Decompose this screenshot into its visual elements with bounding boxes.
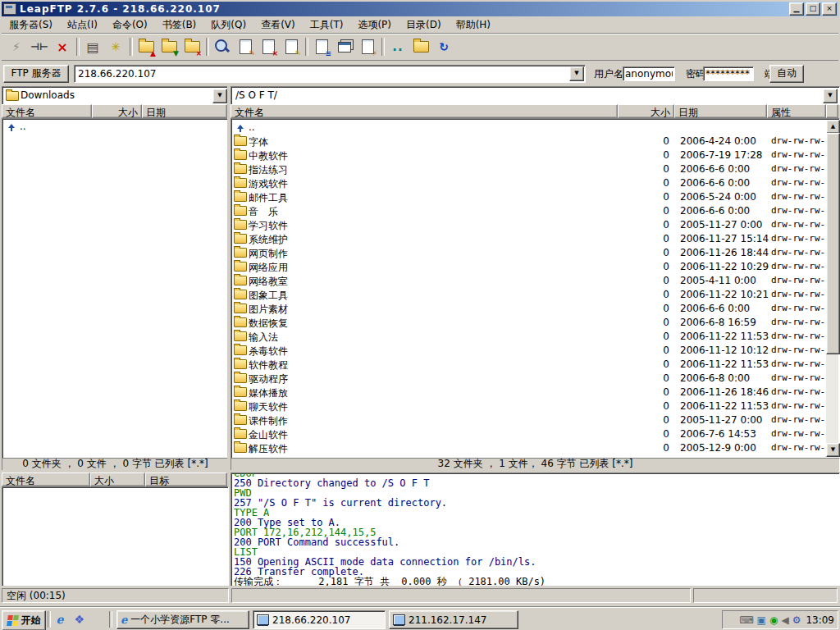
remote-column-filename[interactable]: 文件名 — [231, 104, 618, 118]
menu-item[interactable]: 选项(P) — [350, 16, 399, 34]
parent-directory-icon[interactable]: .. — [386, 36, 409, 58]
close-button[interactable]: × — [822, 2, 837, 16]
menu-item[interactable]: 工具(T) — [303, 16, 351, 34]
transfer-windows-icon[interactable] — [333, 36, 356, 58]
local-up-row[interactable]: .. — [2, 119, 228, 133]
local-column-date[interactable]: 日期 — [142, 104, 227, 118]
local-column-filename[interactable]: 文件名 — [2, 104, 92, 118]
remote-file-row[interactable]: 图片素材 0 2006-6-6 0:00 drw-rw-rw- — [231, 301, 825, 315]
remote-file-row[interactable]: 邮件工具 0 2006-5-24 0:00 drw-rw-rw- — [231, 189, 825, 203]
remote-file-row[interactable]: 学习软件 0 2005-11-27 0:00 drw-rw-rw- — [231, 217, 825, 231]
remote-file-row[interactable]: 输入法 0 2006-11-22 11:53 drw-rw-rw- — [231, 329, 825, 343]
options-icon[interactable]: ✳ — [104, 36, 127, 58]
custom-command-icon[interactable]: ⚡ — [356, 36, 379, 58]
remote-file-row[interactable]: 网页制作 0 2006-11-26 18:44 drw-rw-rw- — [231, 245, 825, 259]
remote-file-row[interactable]: 聊天软件 0 2006-11-22 11:53 drw-rw-rw- — [231, 399, 825, 413]
task-button[interactable]: 211.162.17.147 — [389, 610, 518, 629]
file-size: 0 — [619, 275, 669, 286]
folder-icon — [234, 164, 247, 174]
minimize-button[interactable]: ▁ — [789, 2, 804, 16]
task-button[interactable]: 218.66.220.107 — [253, 610, 386, 629]
quick-launch-ie-icon[interactable]: e — [52, 612, 68, 628]
disconnect-icon[interactable]: ⊣⊢ — [28, 36, 51, 58]
taskbar-clock[interactable]: 13:09 — [806, 614, 834, 626]
remote-file-row[interactable]: 网络教室 0 2005-4-11 0:00 drw-rw-rw- — [231, 273, 825, 287]
view-file-icon[interactable] — [211, 36, 234, 58]
file-size: 0 — [619, 149, 669, 161]
queue-column-filename[interactable]: 文件名 — [2, 472, 90, 486]
upload-folder-icon[interactable]: ▲ — [135, 36, 158, 58]
file-date: 2005-11-27 0:00 — [680, 219, 763, 231]
remote-file-row[interactable]: 软件教程 0 2006-11-22 11:53 drw-rw-rw- — [231, 357, 825, 371]
remote-file-row[interactable]: 游戏软件 0 2006-6-6 0:00 drw-rw-rw- — [231, 176, 825, 189]
start-button[interactable]: 开始 — [2, 610, 46, 630]
server-address-input[interactable] — [76, 66, 570, 81]
menu-item[interactable]: 帮助(H) — [449, 16, 498, 34]
network-icon[interactable]: ▣ — [757, 615, 766, 625]
abort-icon[interactable]: × — [51, 36, 74, 58]
app-icon[interactable] — [3, 3, 16, 15]
chevron-down-icon[interactable]: ▼ — [212, 89, 227, 103]
new-folder-icon[interactable] — [409, 36, 432, 58]
menu-item[interactable]: 站点(I) — [60, 16, 105, 34]
log-pane[interactable]: CDUP 250 Directory changed to /S O F T P… — [231, 472, 840, 587]
remote-file-row[interactable]: 课件制作 0 2005-11-27 0:00 drw-rw-rw- — [231, 413, 825, 427]
scroll-up-icon[interactable]: ▲ — [826, 120, 840, 134]
input-method-icon[interactable]: ⌨ — [739, 615, 753, 625]
remote-file-row[interactable]: 驱动程序 0 2006-6-8 0:00 drw-rw-rw- — [231, 371, 825, 385]
quick-launch-desktop-icon[interactable]: ❖ — [71, 612, 88, 628]
remote-file-row[interactable]: 中教软件 0 2006-7-19 17:28 drw-rw-rw- — [231, 148, 825, 162]
queue-column-target[interactable]: 目标 — [145, 472, 227, 486]
delete-file-icon[interactable]: × — [257, 36, 280, 58]
menu-item[interactable]: 目录(D) — [399, 16, 449, 34]
delete-folder-icon[interactable]: × — [180, 36, 203, 58]
remote-file-row[interactable]: 字体 0 2006-4-24 0:00 drw-rw-rw- — [231, 134, 825, 148]
auto-button[interactable]: 自动 — [769, 65, 804, 83]
menu-item[interactable]: 命令(O) — [105, 16, 155, 34]
menu-item[interactable]: 书签(B) — [155, 16, 204, 34]
username-field[interactable] — [623, 66, 675, 81]
download-folder-icon[interactable]: ▼ — [158, 36, 180, 58]
ftp-server-button[interactable]: FTP 服务器 — [3, 65, 69, 83]
remote-column-date[interactable]: 日期 — [674, 104, 767, 118]
remote-file-row[interactable]: 杀毒软件 0 2006-11-12 10:12 drw-rw-rw- — [231, 343, 825, 357]
queue-header: 文件名 大小 目标 — [2, 472, 227, 486]
scroll-down-icon[interactable]: ▼ — [826, 443, 840, 457]
remote-file-row[interactable]: 解压软件 0 2005-12-9 0:00 drw-rw-rw- — [231, 441, 825, 454]
site-manager-icon[interactable]: ▤ — [81, 36, 104, 58]
queue-column-size[interactable]: 大小 — [90, 472, 145, 486]
remote-path-value[interactable]: /S O F T/ — [235, 89, 277, 101]
maximize-button[interactable]: □ — [806, 2, 820, 16]
remote-file-row[interactable]: 金山软件 0 2006-7-6 14:53 drw-rw-rw- — [231, 427, 825, 441]
menu-item[interactable]: 查看(V) — [253, 16, 303, 34]
remote-column-size[interactable]: 大小 — [618, 104, 674, 118]
task-button[interactable]: e一个小学资源FTP 零... — [116, 610, 249, 629]
remote-column-attr[interactable]: 属性 — [767, 104, 826, 118]
remote-up-row[interactable]: .. — [231, 120, 825, 134]
local-path-combo: Downloads ▼ — [2, 86, 230, 105]
edit-file-icon[interactable]: ✎ — [234, 36, 257, 58]
scheduler-icon[interactable]: ⚙ — [792, 615, 801, 625]
refresh-icon[interactable]: ↻ — [432, 36, 455, 58]
chevron-down-icon[interactable]: ▼ — [569, 66, 584, 81]
task-label: 211.162.17.147 — [409, 614, 486, 626]
scrollbar-thumb[interactable] — [826, 133, 840, 354]
password-field[interactable] — [703, 66, 754, 81]
file-properties-icon[interactable]: ✎ — [280, 36, 303, 58]
remote-file-row[interactable]: 数据恢复 0 2006-6-8 16:59 drw-rw-rw- — [231, 315, 825, 329]
remote-file-row[interactable]: 图象工具 0 2006-11-22 10:21 drw-rw-rw- — [231, 287, 825, 301]
messenger-icon[interactable]: ◉ — [769, 615, 778, 625]
remote-file-row[interactable]: 系统维护 0 2006-11-27 15:14 drw-rw-rw- — [231, 231, 825, 245]
connect-icon[interactable]: ⚡ — [5, 36, 28, 58]
volume-icon[interactable]: ◀ — [781, 615, 788, 625]
remote-file-row[interactable]: 音 乐 0 2006-6-6 0:00 drw-rw-rw- — [231, 203, 825, 217]
local-path-value[interactable]: Downloads — [21, 89, 75, 101]
remote-file-row[interactable]: 指法练习 0 2006-6-6 0:00 drw-rw-rw- — [231, 162, 825, 176]
local-column-size[interactable]: 大小 — [92, 104, 142, 118]
chevron-down-icon[interactable]: ▼ — [823, 89, 838, 103]
remote-file-row[interactable]: 媒体播放 0 2006-11-26 18:46 drw-rw-rw- — [231, 385, 825, 399]
menu-item[interactable]: 服务器(S) — [2, 16, 60, 34]
log-window-icon[interactable]: ≡ — [310, 36, 333, 58]
remote-file-row[interactable]: 网络应用 0 2006-11-22 10:29 drw-rw-rw- — [231, 259, 825, 273]
menu-item[interactable]: 队列(Q) — [203, 16, 253, 34]
